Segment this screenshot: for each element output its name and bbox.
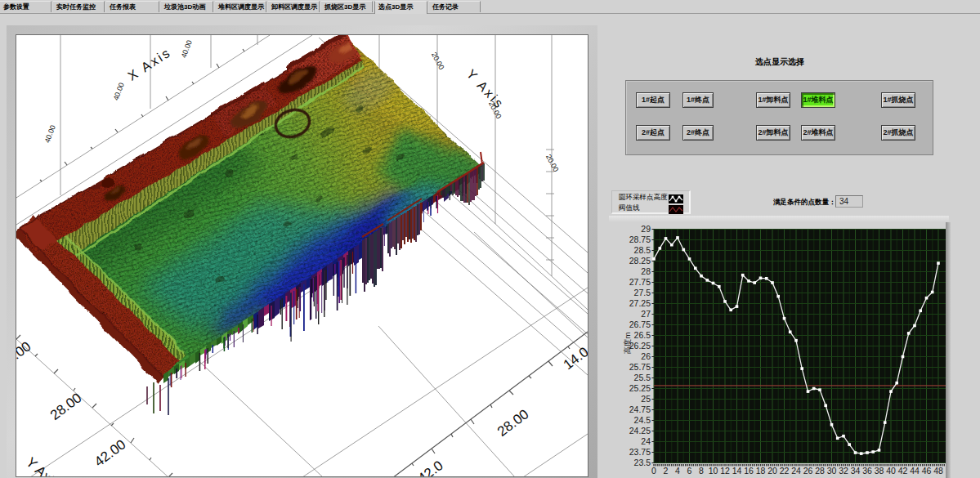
- svg-text:46: 46: [922, 466, 932, 476]
- svg-text:27.25: 27.25: [629, 298, 651, 308]
- svg-text:24.5: 24.5: [634, 415, 651, 425]
- svg-text:38: 38: [875, 466, 884, 476]
- svg-text:28.75: 28.75: [629, 235, 651, 244]
- svg-text:34: 34: [851, 466, 861, 476]
- svg-text:23.5: 23.5: [634, 458, 651, 467]
- svg-text:4: 4: [675, 466, 680, 476]
- svg-text:28.25: 28.25: [629, 256, 651, 266]
- svg-text:26: 26: [803, 466, 813, 476]
- svg-text:0: 0: [651, 466, 656, 476]
- svg-text:44: 44: [910, 466, 920, 476]
- svg-text:24.25: 24.25: [629, 426, 651, 436]
- svg-text:48: 48: [933, 466, 943, 476]
- svg-text:22: 22: [780, 466, 790, 476]
- svg-text:14: 14: [732, 466, 742, 476]
- svg-text:36: 36: [862, 466, 872, 476]
- svg-text:高度m: 高度m: [623, 332, 632, 354]
- svg-text:6: 6: [687, 466, 692, 476]
- svg-text:42: 42: [898, 466, 908, 476]
- svg-text:26.75: 26.75: [629, 319, 651, 329]
- svg-text:23.75: 23.75: [629, 447, 651, 457]
- svg-text:26: 26: [641, 351, 651, 361]
- svg-text:25: 25: [641, 394, 651, 404]
- svg-text:27.5: 27.5: [634, 288, 651, 297]
- svg-text:28.5: 28.5: [634, 245, 651, 255]
- svg-text:24: 24: [641, 436, 651, 446]
- svg-text:30: 30: [827, 466, 837, 476]
- svg-text:8: 8: [699, 466, 704, 476]
- svg-text:32: 32: [839, 466, 848, 476]
- svg-text:12: 12: [720, 466, 730, 476]
- svg-text:18: 18: [756, 466, 766, 476]
- svg-text:24.75: 24.75: [629, 404, 651, 414]
- svg-text:25.5: 25.5: [634, 373, 651, 382]
- svg-text:25.75: 25.75: [629, 362, 651, 372]
- svg-text:20: 20: [767, 466, 777, 476]
- svg-text:29: 29: [641, 224, 651, 234]
- svg-text:24: 24: [791, 466, 801, 476]
- svg-text:25.25: 25.25: [629, 383, 651, 393]
- svg-text:28: 28: [815, 466, 825, 476]
- svg-text:16: 16: [744, 466, 754, 476]
- svg-text:27.75: 27.75: [629, 277, 651, 287]
- svg-text:27: 27: [641, 309, 651, 319]
- svg-text:40: 40: [886, 466, 896, 476]
- svg-text:26.5: 26.5: [634, 330, 651, 340]
- svg-text:28: 28: [641, 266, 651, 276]
- svg-text:2: 2: [664, 466, 669, 476]
- svg-text:10: 10: [709, 466, 718, 476]
- svg-text:26.25: 26.25: [629, 341, 651, 351]
